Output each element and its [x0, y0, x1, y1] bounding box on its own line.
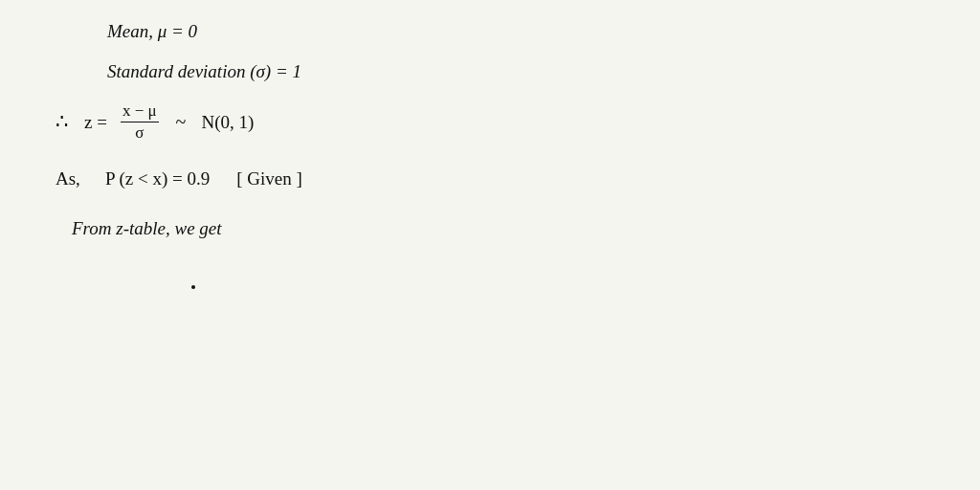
mean-text: Mean, μ = 0 [107, 21, 197, 41]
page: Mean, μ = 0 Standard deviation (σ) = 1 ∴… [0, 0, 980, 490]
therefore-symbol: ∴ [56, 110, 69, 134]
fraction-denominator: σ [133, 122, 145, 143]
as-label: As, [56, 168, 80, 189]
from-line: From z-table, we get [72, 218, 222, 239]
normal-dist: N(0, 1) [201, 112, 254, 133]
as-line: As, P (z < x) = 0.9 [ Given ] [56, 168, 302, 189]
mean-line: Mean, μ = 0 [107, 21, 197, 42]
prob-expression: P (z < x) = 0.9 [105, 168, 210, 189]
from-text: From z-table, we get [72, 218, 222, 238]
fraction-numerator: x − μ [121, 101, 159, 122]
z-eq-label: z = [84, 112, 107, 133]
std-text: Standard deviation (σ) = 1 [107, 61, 301, 81]
z-formula-line: ∴ z = x − μ σ ~ N(0, 1) [56, 101, 254, 144]
tilde-arrow: ~ [176, 111, 187, 133]
given-label: [ Given ] [236, 168, 302, 189]
period-dot [191, 285, 195, 289]
std-line: Standard deviation (σ) = 1 [107, 61, 301, 82]
z-fraction: x − μ σ [121, 101, 159, 144]
